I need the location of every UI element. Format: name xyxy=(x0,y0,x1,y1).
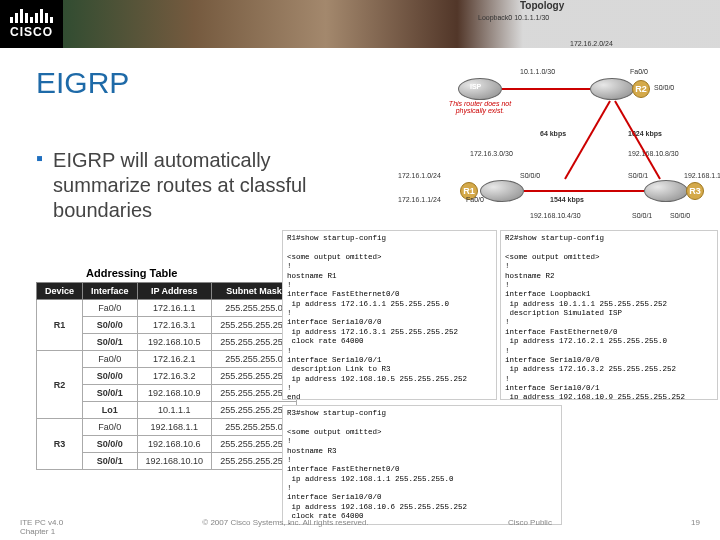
footer-right: Cisco Public xyxy=(508,518,552,536)
table-header: IP Address xyxy=(137,283,212,300)
addressing-table-title: Addressing Table xyxy=(86,267,177,279)
label-s000-r1: S0/0/0 xyxy=(520,172,540,179)
topology-diagram: Topology Loopback0 10.1.1.1/30 172.16.2.… xyxy=(370,0,720,230)
table-cell: 172.16.3.1 xyxy=(137,317,212,334)
footer-center: © 2007 Cisco Systems, Inc. All rights re… xyxy=(202,518,368,536)
label-net-172-16-1: 172.16.1.0/24 xyxy=(398,172,441,179)
label-net-172-16-2: 172.16.2.0/24 xyxy=(570,40,613,47)
table-row: R2Fa0/0172.16.2.1255.255.255.0 xyxy=(37,351,297,368)
cisco-logo: CISCO xyxy=(0,5,63,43)
router-isp-label: ISP xyxy=(470,83,481,90)
table-cell: S0/0/0 xyxy=(83,436,138,453)
link-isp-r2 xyxy=(502,88,590,90)
label-s000-r3: S0/0/0 xyxy=(670,212,690,219)
table-body: R1Fa0/0172.16.1.1255.255.255.0S0/0/0172.… xyxy=(37,300,297,470)
brand-text: CISCO xyxy=(10,25,53,39)
table-cell: 192.168.10.9 xyxy=(137,385,212,402)
slide-footer: ITE PC v4.0 Chapter 1 © 2007 Cisco Syste… xyxy=(0,518,720,536)
config-r2: R2#show startup-config <some output omit… xyxy=(500,230,718,400)
label-fa00-r1: Fa0/0 xyxy=(466,196,484,203)
label-64kbps: 64 kbps xyxy=(540,130,566,137)
table-row: R1Fa0/0172.16.1.1255.255.255.0 xyxy=(37,300,297,317)
table-cell: Fa0/0 xyxy=(83,351,138,368)
bullet-text: EIGRP will automatically summarize route… xyxy=(53,148,336,223)
table-cell: S0/0/1 xyxy=(83,453,138,470)
label-fa00: Fa0/0 xyxy=(630,68,648,75)
bullet-square-icon: ▪ xyxy=(36,148,43,223)
label-172-16-1-1: 172.16.1.1/24 xyxy=(398,196,441,203)
topology-title: Topology xyxy=(520,0,564,11)
note-router-not-exist: This router does not physically exist. xyxy=(440,100,520,114)
table-header-row: DeviceInterfaceIP AddressSubnet Mask xyxy=(37,283,297,300)
table-header: Device xyxy=(37,283,83,300)
config-r1: R1#show startup-config <some output omit… xyxy=(282,230,497,400)
cisco-bars-icon xyxy=(10,9,53,23)
table-cell: S0/0/0 xyxy=(83,368,138,385)
table-cell: 192.168.1.1 xyxy=(137,419,212,436)
table-cell: 10.1.1.1 xyxy=(137,402,212,419)
router-r3-label: R3 xyxy=(686,182,704,200)
table-cell: S0/0/1 xyxy=(83,334,138,351)
label-net-192-168-1-1: 192.168.1.1/24 xyxy=(684,172,720,179)
table-cell: 172.16.1.1 xyxy=(137,300,212,317)
table-cell: R2 xyxy=(37,351,83,419)
bullet-item: ▪ EIGRP will automatically summarize rou… xyxy=(36,148,336,223)
table-cell: 172.16.2.1 xyxy=(137,351,212,368)
router-r1-icon xyxy=(480,180,524,202)
label-net-10-1-1: 10.1.1.0/30 xyxy=(520,68,555,75)
addressing-table: DeviceInterfaceIP AddressSubnet Mask R1F… xyxy=(36,282,297,470)
table-cell: Lo1 xyxy=(83,402,138,419)
table-cell: 192.168.10.6 xyxy=(137,436,212,453)
router-r2-icon xyxy=(590,78,634,100)
table-cell: Fa0/0 xyxy=(83,300,138,317)
table-cell: R1 xyxy=(37,300,83,351)
footer-left: ITE PC v4.0 Chapter 1 xyxy=(20,518,63,536)
table-cell: 192.168.10.10 xyxy=(137,453,212,470)
label-s001: S0/0/1 xyxy=(628,172,648,179)
slide-title: EIGRP xyxy=(36,66,129,100)
table-cell: 172.16.3.2 xyxy=(137,368,212,385)
label-net-192-168-10-4: 192.168.10.4/30 xyxy=(530,212,581,219)
label-1544kbps: 1544 kbps xyxy=(550,196,584,203)
table-cell: S0/0/1 xyxy=(83,385,138,402)
config-r3: R3#show startup-config <some output omit… xyxy=(282,405,562,525)
router-r3-icon xyxy=(644,180,688,202)
label-loopback: Loopback0 10.1.1.1/30 xyxy=(478,14,549,21)
table-cell: 192.168.10.5 xyxy=(137,334,212,351)
label-s001-r3: S0/0/1 xyxy=(632,212,652,219)
table-cell: Fa0/0 xyxy=(83,419,138,436)
link-r2-r1 xyxy=(564,101,611,180)
table-cell: S0/0/0 xyxy=(83,317,138,334)
link-r1-r3 xyxy=(524,190,644,192)
label-net-192-168-10-8: 192.168.10.8/30 xyxy=(628,150,679,157)
footer-page: 19 xyxy=(691,518,700,536)
label-s000: S0/0/0 xyxy=(654,84,674,91)
config-output-area: R1#show startup-config <some output omit… xyxy=(282,230,720,520)
table-row: R3Fa0/0192.168.1.1255.255.255.0 xyxy=(37,419,297,436)
table-header: Interface xyxy=(83,283,138,300)
link-r2-r3 xyxy=(614,101,661,180)
table-cell: R3 xyxy=(37,419,83,470)
label-net-172-16-3: 172.16.3.0/30 xyxy=(470,150,513,157)
router-r2-label: R2 xyxy=(632,80,650,98)
